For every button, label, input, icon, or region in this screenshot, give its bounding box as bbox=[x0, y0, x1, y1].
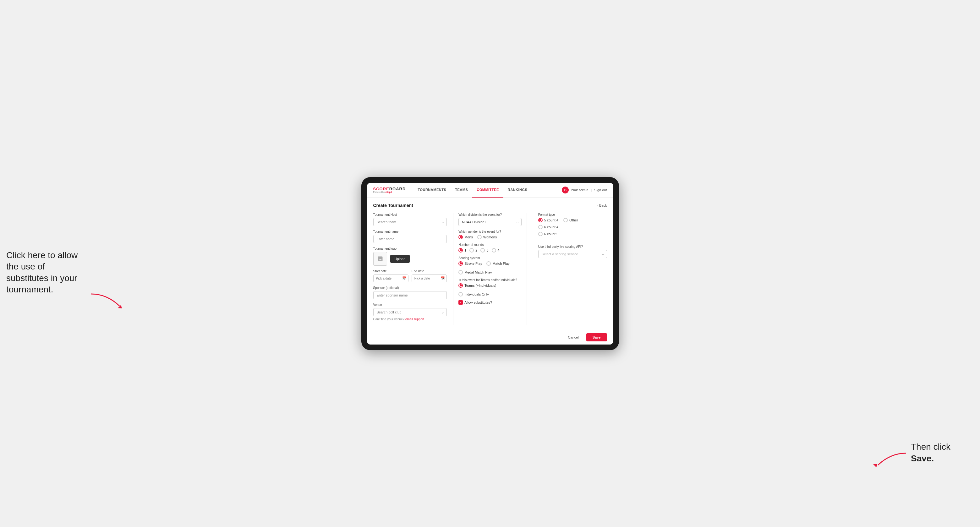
allow-subs-section: Allow substitutes? bbox=[458, 300, 522, 308]
venue-help-link[interactable]: email support bbox=[405, 317, 424, 321]
navigation: SCOREBOARD Powered by clippd TOURNAMENTS… bbox=[367, 183, 613, 198]
gender-womens-label: Womens bbox=[483, 235, 497, 239]
rounds-section: Number of rounds 1 2 bbox=[458, 243, 522, 256]
scoring-api-section: Use third-party live scoring API? Select… bbox=[538, 245, 607, 262]
scoring-match-radio[interactable] bbox=[487, 261, 491, 266]
scoring-stroke[interactable]: Stroke Play bbox=[458, 261, 482, 266]
nav-committee[interactable]: COMMITTEE bbox=[472, 183, 503, 198]
rounds-4-radio[interactable] bbox=[492, 248, 496, 252]
division-select[interactable]: NCAA Division I bbox=[458, 218, 522, 226]
scoring-medal-match[interactable]: Medal Match Play bbox=[458, 270, 492, 275]
event-type-section: Is this event for Teams and/or Individua… bbox=[458, 278, 522, 300]
end-date-field: End date 📅 bbox=[412, 270, 447, 283]
tournament-logo-label: Tournament logo bbox=[373, 247, 447, 250]
logo-upload-area: Upload bbox=[373, 252, 447, 266]
event-teams[interactable]: Teams (+Individuals) bbox=[458, 283, 496, 288]
event-individuals-radio[interactable] bbox=[458, 292, 463, 297]
page-footer: Cancel Save bbox=[367, 330, 613, 344]
venue-help: Can't find your venue? email support bbox=[373, 317, 447, 321]
allow-subs-label: Allow substitutes? bbox=[465, 300, 492, 304]
logo-scoreboard: SCOREBOARD bbox=[373, 187, 406, 191]
nav-tournaments[interactable]: TOURNAMENTS bbox=[413, 183, 450, 198]
format-5count4-radio[interactable] bbox=[538, 218, 542, 222]
division-label: Which division is the event for? bbox=[458, 213, 522, 216]
page-title: Create Tournament bbox=[373, 203, 413, 208]
rounds-3[interactable]: 3 bbox=[480, 248, 488, 252]
allow-subs-checkbox-item[interactable]: Allow substitutes? bbox=[458, 300, 522, 305]
rounds-3-label: 3 bbox=[487, 248, 488, 252]
rounds-4-label: 4 bbox=[498, 248, 500, 252]
sponsor-label: Sponsor (optional) bbox=[373, 286, 447, 290]
rounds-2[interactable]: 2 bbox=[469, 248, 477, 252]
annotation-left-text: Click here to allow the use of substitut… bbox=[6, 250, 78, 294]
scoring-match[interactable]: Match Play bbox=[487, 261, 509, 266]
nav-separator: | bbox=[591, 188, 592, 192]
rounds-label: Number of rounds bbox=[458, 243, 522, 246]
gender-mens-label: Mens bbox=[465, 235, 473, 239]
rounds-3-radio[interactable] bbox=[480, 248, 485, 252]
format-other-radio[interactable] bbox=[563, 218, 568, 222]
end-date-label: End date bbox=[412, 270, 447, 273]
event-teams-label: Teams (+Individuals) bbox=[465, 284, 496, 287]
gender-section: Which gender is the event for? Mens Wome… bbox=[458, 230, 522, 243]
rounds-4[interactable]: 4 bbox=[492, 248, 500, 252]
division-section: Which division is the event for? NCAA Di… bbox=[458, 213, 522, 230]
start-date-label: Start date bbox=[373, 270, 409, 273]
start-date-wrap: 📅 bbox=[373, 275, 409, 283]
format-other[interactable]: Other bbox=[563, 218, 578, 222]
format-6count4-label: 6 count 4 bbox=[544, 225, 558, 229]
start-date-field: Start date 📅 bbox=[373, 270, 409, 283]
user-area: B blair admin | Sign out bbox=[562, 187, 607, 194]
start-date-calendar-icon: 📅 bbox=[402, 276, 407, 281]
back-button[interactable]: ‹ Back bbox=[597, 203, 607, 207]
tournament-name-input[interactable] bbox=[373, 235, 447, 243]
format-6count5-label: 6 count 5 bbox=[544, 232, 558, 236]
tournament-host-section: Tournament Host bbox=[373, 213, 447, 230]
format-6count4-radio[interactable] bbox=[538, 225, 542, 229]
scoring-stroke-radio[interactable] bbox=[458, 261, 463, 266]
rounds-radio-group: 1 2 3 4 bbox=[458, 248, 522, 252]
tournament-host-input[interactable] bbox=[373, 218, 447, 226]
upload-button[interactable]: Upload bbox=[390, 255, 410, 263]
tablet-device: SCOREBOARD Powered by clippd TOURNAMENTS… bbox=[361, 177, 619, 350]
logo-brand: clippd bbox=[385, 191, 392, 193]
format-6count4[interactable]: 6 count 4 bbox=[538, 225, 607, 229]
nav-links: TOURNAMENTS TEAMS COMMITTEE RANKINGS bbox=[413, 183, 562, 198]
gender-womens-radio[interactable] bbox=[477, 235, 482, 239]
event-type-radio-group: Teams (+Individuals) Individuals Only bbox=[458, 283, 522, 297]
nav-rankings[interactable]: RANKINGS bbox=[503, 183, 532, 198]
gender-label: Which gender is the event for? bbox=[458, 230, 522, 233]
tablet-screen: SCOREBOARD Powered by clippd TOURNAMENTS… bbox=[367, 183, 613, 344]
format-5count4[interactable]: 5 count 4 bbox=[538, 218, 558, 222]
event-teams-radio[interactable] bbox=[458, 283, 463, 288]
gender-womens[interactable]: Womens bbox=[477, 235, 497, 239]
scoring-label: Scoring system bbox=[458, 256, 522, 260]
user-name: blair admin bbox=[571, 188, 588, 192]
cancel-button[interactable]: Cancel bbox=[564, 333, 583, 341]
annotation-right: Then click Save. bbox=[911, 441, 974, 464]
gender-mens-radio[interactable] bbox=[458, 235, 463, 239]
venue-input[interactable] bbox=[373, 308, 447, 316]
nav-teams[interactable]: TEAMS bbox=[450, 183, 472, 198]
rounds-2-label: 2 bbox=[476, 248, 477, 252]
rounds-1[interactable]: 1 bbox=[458, 248, 466, 252]
event-type-label: Is this event for Teams and/or Individua… bbox=[458, 278, 522, 282]
rounds-1-radio[interactable] bbox=[458, 248, 463, 252]
format-6count5-radio[interactable] bbox=[538, 232, 542, 236]
save-button[interactable]: Save bbox=[586, 333, 607, 341]
rounds-2-radio[interactable] bbox=[469, 248, 474, 252]
svg-marker-1 bbox=[873, 464, 877, 467]
scoring-medal-radio[interactable] bbox=[458, 270, 463, 275]
scoring-api-select[interactable]: Select a scoring service bbox=[538, 250, 607, 258]
rounds-1-label: 1 bbox=[465, 248, 466, 252]
sign-out-link[interactable]: Sign out bbox=[594, 188, 607, 192]
event-individuals[interactable]: Individuals Only bbox=[458, 292, 489, 297]
gender-radio-group: Mens Womens bbox=[458, 235, 522, 239]
format-label: Format type bbox=[538, 213, 607, 216]
logo-powered: Powered by clippd bbox=[373, 191, 406, 193]
gender-mens[interactable]: Mens bbox=[458, 235, 473, 239]
sponsor-input[interactable] bbox=[373, 291, 447, 299]
format-6count5[interactable]: 6 count 5 bbox=[538, 232, 607, 236]
allow-subs-checkbox[interactable] bbox=[458, 300, 463, 305]
format-row-1: 5 count 4 Other bbox=[538, 218, 607, 222]
